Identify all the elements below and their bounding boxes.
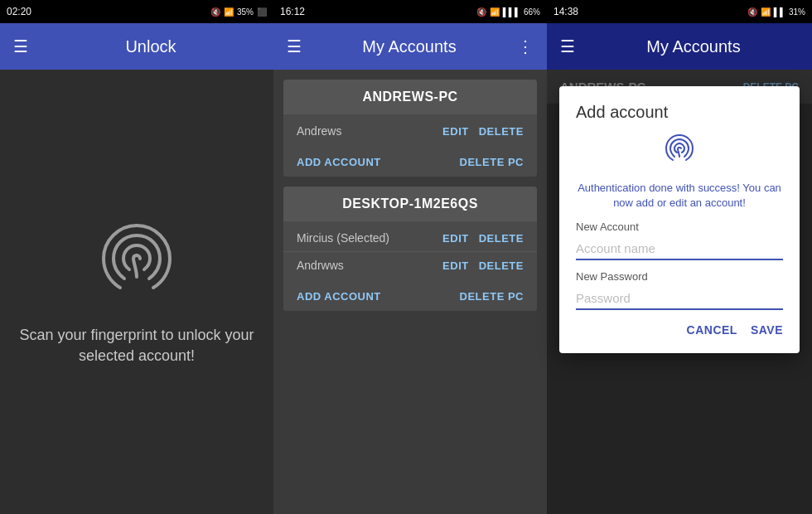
middle-signal-icon: ▌▌▌	[503, 7, 520, 17]
dialog-fingerprint-icon	[576, 132, 783, 171]
new-account-field-group: New Account	[576, 221, 783, 260]
right-status-icons: 🔇 📶 ▌▌ 31%	[747, 7, 805, 17]
add-account-dialog: Add account Authentication done with su	[559, 86, 800, 353]
middle-battery-icon: 66%	[524, 7, 540, 17]
right-status-bar: 14:38 🔇 📶 ▌▌ 31%	[547, 0, 812, 23]
right-main-content: ANDREWS-PC DELETE PC Add account	[547, 70, 812, 514]
left-panel: 02:20 🔇 📶 35% ⬛ ☰ Unlock Scan you	[0, 0, 273, 514]
delete-andrwws-button[interactable]: DELETE	[479, 259, 524, 272]
right-battery-icon: 31%	[789, 7, 805, 17]
delete-andrews-button[interactable]: DELETE	[479, 125, 524, 138]
left-time: 02:20	[7, 6, 31, 17]
left-main-content: Scan your fingerprint to unlock your sel…	[0, 70, 273, 514]
dialog-cancel-button[interactable]: CANCEL	[687, 323, 737, 337]
right-panel: 14:38 🔇 📶 ▌▌ 31% ☰ My Accounts ANDREWS-P…	[547, 0, 812, 514]
delete-mircius-button[interactable]: DELETE	[479, 232, 524, 245]
account-name-mircius: Mircius (Selected)	[297, 231, 433, 245]
add-account-desktop-button[interactable]: ADD ACCOUNT	[297, 290, 381, 303]
middle-panel: 16:12 🔇 📶 ▌▌▌ 66% ☰ My Accounts ⋮ ANDREW…	[273, 0, 547, 514]
card-body-desktop: Mircius (Selected) EDIT DELETE Andrwws E…	[283, 221, 537, 282]
right-wifi-icon: 📶	[761, 7, 771, 17]
middle-wifi-icon: 📶	[490, 7, 500, 17]
middle-status-bar: 16:12 🔇 📶 ▌▌▌ 66%	[273, 0, 547, 23]
left-app-title: Unlock	[41, 37, 260, 56]
right-app-bar: ☰ My Accounts	[547, 23, 812, 70]
dialog-success-message: Authentication done with success! You ca…	[576, 181, 783, 211]
middle-volume-icon: 🔇	[476, 7, 486, 17]
scan-instruction-text: Scan your fingerprint to unlock your sel…	[17, 325, 257, 366]
new-password-label: New Password	[576, 270, 783, 283]
wifi-icon: 📶	[224, 7, 234, 17]
left-app-bar: ☰ Unlock	[0, 23, 273, 70]
right-signal-icon: ▌▌	[774, 7, 785, 17]
middle-app-title: My Accounts	[315, 37, 504, 56]
right-volume-icon: 🔇	[747, 7, 757, 17]
new-account-label: New Account	[576, 221, 783, 233]
card-header-desktop: DESKTOP-1M2E6QS	[283, 187, 537, 221]
right-time: 14:38	[553, 6, 578, 17]
account-name-andrews: Andrews	[297, 124, 433, 138]
right-app-title: My Accounts	[588, 37, 799, 56]
battery-icon: 35%	[237, 7, 254, 17]
pc-name-desktop: DESKTOP-1M2E6QS	[297, 196, 524, 211]
delete-pc-desktop-button[interactable]: DELETE PC	[460, 290, 524, 303]
card-body-andrews-pc: Andrews EDIT DELETE	[283, 114, 537, 148]
account-card-andrews-pc: ANDREWS-PC Andrews EDIT DELETE ADD ACCOU…	[283, 80, 537, 177]
account-card-desktop: DESKTOP-1M2E6QS Mircius (Selected) EDIT …	[283, 187, 537, 311]
middle-time: 16:12	[280, 6, 305, 17]
account-name-input[interactable]	[576, 238, 783, 260]
card-header-andrews-pc: ANDREWS-PC	[283, 80, 537, 114]
dialog-title: Add account	[576, 103, 783, 122]
delete-pc-andrews-button[interactable]: DELETE PC	[460, 156, 524, 168]
left-status-icons: 🔇 📶 35% ⬛	[210, 7, 267, 17]
right-menu-icon[interactable]: ☰	[560, 36, 575, 56]
screen-icon: ⬛	[257, 7, 267, 17]
table-row: Andrews EDIT DELETE	[283, 118, 537, 144]
dialog-overlay: Add account Authentication done with su	[547, 70, 812, 514]
dialog-save-button[interactable]: SAVE	[751, 323, 783, 337]
middle-app-bar: ☰ My Accounts ⋮	[273, 23, 547, 70]
edit-mircius-button[interactable]: EDIT	[442, 232, 469, 245]
middle-accounts-list: ANDREWS-PC Andrews EDIT DELETE ADD ACCOU…	[273, 70, 547, 514]
edit-andrwws-button[interactable]: EDIT	[442, 259, 469, 272]
edit-andrews-button[interactable]: EDIT	[442, 125, 469, 138]
table-row: Mircius (Selected) EDIT DELETE	[283, 225, 537, 252]
table-row: Andrwws EDIT DELETE	[283, 252, 537, 279]
password-input[interactable]	[576, 288, 783, 310]
left-status-bar: 02:20 🔇 📶 35% ⬛	[0, 0, 273, 23]
middle-status-icons: 🔇 📶 ▌▌▌ 66%	[476, 7, 540, 17]
middle-menu-icon[interactable]: ☰	[287, 36, 302, 56]
fingerprint-icon	[95, 217, 178, 300]
pc-name-andrews: ANDREWS-PC	[297, 90, 524, 104]
add-account-andrews-pc-button[interactable]: ADD ACCOUNT	[297, 156, 381, 168]
account-name-andrwws: Andrwws	[297, 259, 433, 272]
dialog-actions: CANCEL SAVE	[576, 323, 783, 337]
card-footer-andrews-pc: ADD ACCOUNT DELETE PC	[283, 148, 537, 177]
card-footer-desktop: ADD ACCOUNT DELETE PC	[283, 282, 537, 311]
left-menu-icon[interactable]: ☰	[13, 36, 28, 56]
middle-overflow-menu-icon[interactable]: ⋮	[517, 36, 534, 56]
new-password-field-group: New Password	[576, 270, 783, 310]
volume-icon: 🔇	[210, 7, 220, 17]
